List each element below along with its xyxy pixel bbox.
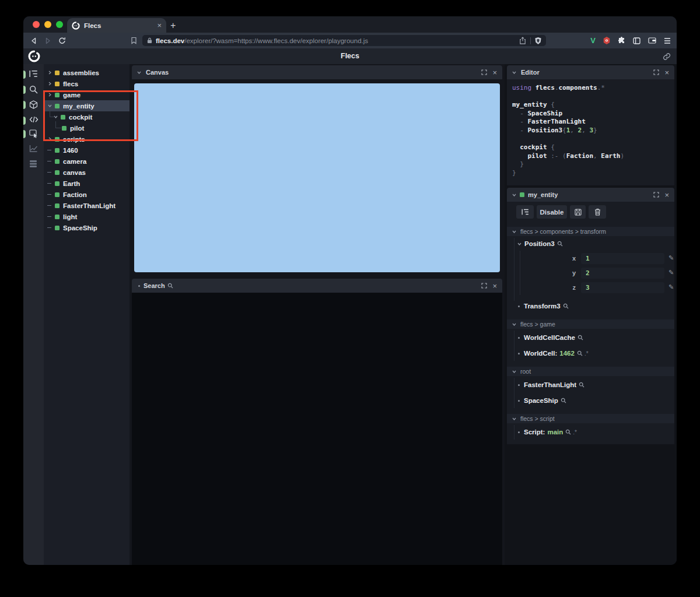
close-icon[interactable]: ×: [492, 282, 497, 290]
delete-button[interactable]: [589, 205, 606, 219]
menu-icon[interactable]: [664, 38, 671, 44]
fullscreen-icon[interactable]: [653, 192, 659, 198]
fullscreen-icon[interactable]: [481, 69, 487, 75]
component-script[interactable]: Script: main .*: [518, 429, 577, 436]
search-icon[interactable]: [561, 398, 566, 403]
leaf-dash-icon: [47, 161, 51, 161]
brave-shield-icon[interactable]: [535, 37, 541, 44]
canvas-panel-header[interactable]: Canvas ×: [132, 65, 502, 79]
search-icon[interactable]: [578, 335, 583, 340]
lock-icon: [147, 37, 152, 44]
component-fasterthanlight[interactable]: FasterThanLight: [518, 381, 584, 388]
position-y-input[interactable]: 2: [581, 268, 664, 279]
leaf-dash-icon: [47, 216, 51, 217]
chevron-down-icon[interactable]: [136, 70, 142, 75]
component-position3[interactable]: Position3: [517, 240, 563, 247]
share-icon[interactable]: [519, 37, 526, 44]
fullscreen-icon[interactable]: [481, 283, 487, 289]
entities-cube-icon[interactable]: [29, 100, 38, 110]
position-z-input[interactable]: 3: [581, 282, 664, 293]
chevron-down-icon[interactable]: [512, 70, 517, 75]
search-icon: [167, 283, 173, 289]
window-zoom-button[interactable]: [56, 21, 63, 28]
entity-dot: [55, 148, 60, 153]
entity-dot: [55, 192, 60, 197]
left-icon-strip: [23, 64, 44, 565]
edit-icon[interactable]: ✎: [668, 283, 674, 291]
bullet-icon: [518, 305, 520, 307]
tab-close-icon[interactable]: ×: [157, 22, 162, 29]
url-bar[interactable]: flecs.dev /explorer/?wasm=https://www.fl…: [142, 35, 546, 46]
sidebar-icon[interactable]: [633, 37, 640, 44]
section-header-root[interactable]: root: [507, 367, 674, 376]
search-icon[interactable]: [29, 85, 38, 94]
search-panel-body: [132, 293, 502, 565]
position-x-input[interactable]: 1: [581, 253, 664, 264]
tree-item-spaceship[interactable]: SpaceShip: [44, 222, 130, 233]
divider: [530, 37, 531, 44]
tree-item-fasterthanlight[interactable]: FasterThanLight: [44, 200, 130, 211]
browser-tab[interactable]: Flecs ×: [67, 18, 166, 33]
bullet-icon: [518, 384, 520, 386]
component-worldcellcache[interactable]: WorldCellCache: [518, 334, 583, 341]
tree-item-camera[interactable]: camera: [44, 156, 130, 167]
query-tree-icon[interactable]: [29, 70, 38, 79]
chevron-right-icon[interactable]: [47, 70, 53, 75]
edit-icon[interactable]: ✎: [668, 254, 674, 262]
bookmark-icon[interactable]: [131, 37, 137, 44]
search-icon[interactable]: [563, 303, 569, 309]
close-icon[interactable]: ×: [492, 69, 497, 76]
v-extension-icon[interactable]: V: [590, 36, 596, 45]
search-icon[interactable]: [565, 429, 571, 435]
render-canvas[interactable]: [134, 83, 500, 272]
section-header-game[interactable]: flecs > game: [507, 319, 674, 329]
window-minimize-button[interactable]: [44, 21, 51, 28]
edit-icon[interactable]: ✎: [668, 269, 674, 276]
logs-icon[interactable]: [29, 160, 38, 169]
code-icon[interactable]: [29, 116, 38, 125]
inspector-icon[interactable]: [29, 129, 38, 139]
editor-panel-header[interactable]: Editor ×: [507, 65, 674, 79]
search-panel-header[interactable]: Search ×: [132, 279, 502, 293]
filter-tree-button[interactable]: [516, 205, 534, 219]
wallet-icon[interactable]: [648, 37, 656, 44]
component-transform3[interactable]: Transform3: [518, 303, 569, 310]
extensions-puzzle-icon[interactable]: [618, 37, 625, 44]
stats-chart-icon[interactable]: [29, 145, 38, 154]
tree-item-earth[interactable]: Earth: [44, 178, 130, 189]
section-header-script[interactable]: flecs > script: [507, 414, 674, 423]
link-icon[interactable]: [663, 52, 671, 61]
component-spaceship[interactable]: SpaceShip: [518, 397, 566, 404]
new-tab-button[interactable]: +: [170, 18, 176, 33]
inspector-panel-header[interactable]: my_entity ×: [507, 188, 674, 202]
bullet-icon: [518, 431, 520, 433]
component-worldcell[interactable]: WorldCell: 1462 .*: [518, 350, 589, 357]
disable-button[interactable]: Disable: [537, 205, 567, 219]
fullscreen-icon[interactable]: [653, 69, 659, 75]
reload-icon[interactable]: [58, 37, 66, 44]
save-button[interactable]: [570, 205, 586, 219]
section-header-transform[interactable]: flecs > components > transform: [507, 227, 674, 236]
close-icon[interactable]: ×: [664, 191, 669, 199]
tree-item-light[interactable]: light: [44, 211, 130, 222]
window-close-button[interactable]: [33, 21, 40, 28]
chevron-down-icon[interactable]: [517, 241, 523, 247]
chevron-right-icon[interactable]: [47, 81, 53, 86]
search-icon[interactable]: [577, 350, 583, 356]
tree-item-faction[interactable]: Faction: [44, 189, 130, 200]
inspector-panel-body: Disable flecs > components > transform P…: [507, 202, 674, 444]
tree-item-assemblies[interactable]: assemblies: [44, 67, 130, 78]
entity-dot: [55, 215, 60, 219]
hex-extension-icon[interactable]: [603, 37, 610, 44]
chevron-down-icon[interactable]: [512, 192, 517, 198]
close-icon[interactable]: ×: [664, 69, 669, 76]
search-icon[interactable]: [579, 382, 584, 388]
code-editor[interactable]: using flecs.components.* my_entity { - S…: [507, 79, 674, 185]
tree-item-1460[interactable]: 1460: [44, 145, 130, 156]
tree-item-flecs[interactable]: flecs: [44, 78, 130, 89]
tree-item-canvas[interactable]: canvas: [44, 167, 130, 178]
forward-icon: [44, 37, 51, 44]
back-icon[interactable]: [30, 37, 37, 44]
right-column: Editor × using flecs.components.* my_ent…: [505, 64, 677, 565]
search-icon[interactable]: [557, 241, 563, 247]
